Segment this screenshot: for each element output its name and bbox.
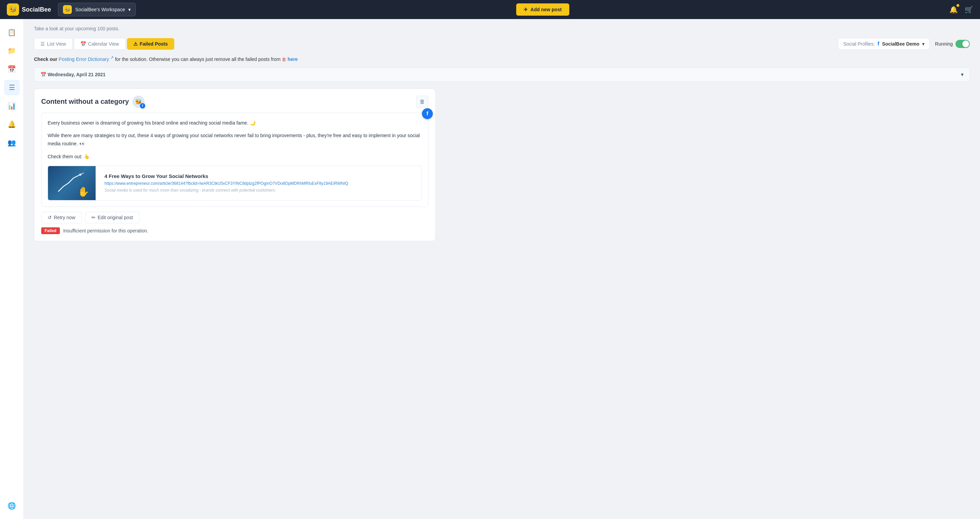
add-post-label: Add new post <box>530 7 562 12</box>
post-content-box: f Every business owner is dreaming of gr… <box>41 113 428 207</box>
link-preview-image: ✋ <box>48 166 95 200</box>
link-preview: ✋ 4 Free Ways to Grow Your Social Networ… <box>48 166 422 201</box>
trash-icon: 🗑 <box>420 99 425 105</box>
tabs-right: Social Profiles: f SocialBee Demo ▾ Runn… <box>838 38 970 50</box>
workspace-button[interactable]: 🐝 SocialBee's Workspace ▾ <box>58 3 136 16</box>
date-text: Wednesday, April 21 2021 <box>48 72 105 77</box>
facebook-icon: f <box>878 41 879 47</box>
trash-icon: 🗑 <box>282 57 286 62</box>
info-check: Check our <box>34 56 59 62</box>
running-toggle: Running <box>935 40 970 48</box>
chevron-down-icon: ▾ <box>922 41 924 47</box>
post-card: Content without a category 🐝 f 🗑 f Every… <box>34 89 436 241</box>
tab-list-view-label: List View <box>47 41 66 47</box>
tab-list-view[interactable]: ☰ List View <box>34 38 73 50</box>
page-subtitle: Take a look at your upcoming 100 posts. <box>34 26 970 31</box>
tabs-bar: ☰ List View 📅 Calendar View ⚠ Failed Pos… <box>34 38 970 50</box>
sidebar-item-analytics[interactable]: 📊 <box>4 98 20 114</box>
remove-failed-link[interactable]: here <box>288 56 298 62</box>
topnav-center: ✈ Add new post <box>136 3 950 16</box>
retry-icon: ↺ <box>48 215 52 220</box>
sidebar-item-support[interactable]: 🌐 <box>4 498 20 514</box>
running-label: Running <box>935 41 953 47</box>
sidebar: 📋 📁 📅 ☰ 📊 🔔 👥 🌐 <box>0 19 24 519</box>
post-actions: ↺ Retry now ✏ Edit original post <box>41 212 428 223</box>
toggle-thumb <box>962 40 969 47</box>
running-toggle-switch[interactable] <box>956 40 970 48</box>
topnav: 🐝 SocialBee 🐝 SocialBee's Workspace ▾ ✈ … <box>0 0 980 19</box>
date-header[interactable]: 📅 Wednesday, April 21 2021 ▾ <box>34 67 970 82</box>
sidebar-item-calendar[interactable]: 📅 <box>4 61 20 77</box>
post-paragraph-2: While there are many strategies to try o… <box>48 132 422 148</box>
tab-failed-posts[interactable]: ⚠ Failed Posts <box>127 38 174 50</box>
facebook-profile-indicator: f <box>422 108 433 119</box>
calendar-small-icon: 📅 <box>40 72 46 77</box>
post-card-header: Content without a category 🐝 f 🗑 <box>41 96 428 108</box>
workspace-avatar: 🐝 <box>63 5 72 14</box>
edit-icon: ✏ <box>92 215 95 220</box>
posting-error-dictionary-link[interactable]: Posting Error Dictionary ↗ <box>59 56 115 62</box>
social-filter-value: SocialBee Demo <box>882 41 920 47</box>
logo-icon: 🐝 <box>7 3 19 16</box>
notifications-button[interactable]: 🔔 <box>950 5 958 14</box>
tab-calendar-view-label: Calendar View <box>88 41 119 47</box>
category-avatar: 🐝 f <box>132 96 145 108</box>
main-content: Take a look at your upcoming 100 posts. … <box>24 19 980 519</box>
send-icon: ✈ <box>524 7 528 12</box>
sidebar-item-notifications[interactable]: 🔔 <box>4 116 20 132</box>
workspace-name: SocialBee's Workspace <box>75 7 125 12</box>
hand-icon: ✋ <box>78 186 89 197</box>
app-name: SocialBee <box>22 6 51 13</box>
chevron-down-icon: ▾ <box>961 72 963 77</box>
post-paragraph-1: Every business owner is dreaming of grow… <box>48 119 422 127</box>
notification-badge <box>956 4 959 7</box>
calendar-icon: 📅 <box>80 41 86 47</box>
social-profiles-filter[interactable]: Social Profiles: f SocialBee Demo ▾ <box>838 38 930 50</box>
link-title: 4 Free Ways to Grow Your Social Networks <box>105 173 348 179</box>
app-logo: 🐝 SocialBee <box>7 3 51 16</box>
tab-calendar-view[interactable]: 📅 Calendar View <box>74 38 126 50</box>
date-header-text: 📅 Wednesday, April 21 2021 <box>40 72 105 77</box>
chevron-down-icon: ▾ <box>128 7 130 12</box>
link-url: https://www.entrepreneur.com/article/368… <box>105 181 348 186</box>
add-post-button[interactable]: ✈ Add new post <box>516 3 569 16</box>
category-title-text: Content without a category <box>41 98 129 105</box>
link-preview-info: 4 Free Ways to Grow Your Social Networks… <box>100 166 352 200</box>
post-category-title: Content without a category 🐝 f <box>41 96 145 108</box>
facebook-badge: f <box>140 103 145 108</box>
info-text-middle: for the solution. Otherwise you can alwa… <box>115 56 282 62</box>
error-message: Insufficient permission for this operati… <box>63 228 148 234</box>
sidebar-item-queue[interactable]: ☰ <box>4 80 20 95</box>
topnav-right: 🔔 🛒 <box>950 5 973 14</box>
post-paragraph-3: Check them out: 👆 <box>48 153 422 161</box>
sidebar-item-categories[interactable]: 📁 <box>4 43 20 59</box>
failed-row: Failed Insufficient permission for this … <box>41 227 428 234</box>
delete-post-button[interactable]: 🗑 <box>416 96 428 108</box>
external-link-icon: ↗ <box>110 55 114 60</box>
warning-icon: ⚠ <box>134 41 138 47</box>
edit-post-button[interactable]: ✏ Edit original post <box>85 212 140 223</box>
retry-label: Retry now <box>54 215 75 220</box>
sidebar-item-posts[interactable]: 📋 <box>4 24 20 40</box>
retry-button[interactable]: ↺ Retry now <box>41 212 82 223</box>
tab-failed-posts-label: Failed Posts <box>140 41 168 47</box>
link-description: Social media is used for much more than … <box>105 188 348 193</box>
tabs-left: ☰ List View 📅 Calendar View ⚠ Failed Pos… <box>34 38 174 50</box>
info-bar: Check our Posting Error Dictionary ↗ for… <box>34 55 970 62</box>
cart-button[interactable]: 🛒 <box>965 5 973 14</box>
edit-label: Edit original post <box>98 215 133 220</box>
sidebar-item-team[interactable]: 👥 <box>4 135 20 150</box>
social-filter-label: Social Profiles: <box>843 41 875 47</box>
failed-badge: Failed <box>41 227 60 234</box>
list-view-icon: ☰ <box>40 41 45 47</box>
